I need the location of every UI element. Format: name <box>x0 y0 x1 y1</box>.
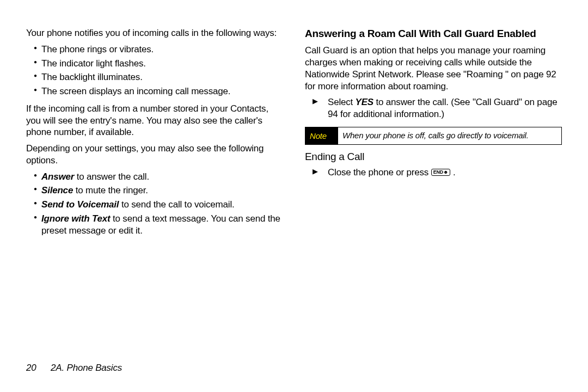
note-label: Note <box>305 127 338 144</box>
option-name: Ignore with Text <box>41 213 111 224</box>
yes-label: YES <box>356 97 373 107</box>
heading-ending-call: Ending a Call <box>305 150 562 163</box>
list-item: Silence to mute the ringer. <box>34 185 283 197</box>
notify-list: The phone rings or vibrates. The indicat… <box>26 44 283 97</box>
list-item: Ignore with Text to send a text message.… <box>34 213 283 237</box>
step-text: . <box>453 167 456 177</box>
step-text: Close the phone or press <box>328 167 431 177</box>
page-number: 20 <box>26 363 36 373</box>
column-layout: Your phone notifies you of incoming call… <box>26 27 562 242</box>
list-item: The phone rings or vibrates. <box>34 44 283 56</box>
step-select-yes: Select YES to answer the call. (See "Cal… <box>313 96 562 120</box>
step-end-call: Close the phone or press END☻ . <box>313 167 562 179</box>
option-desc: to answer the call. <box>74 171 149 182</box>
left-column: Your phone notifies you of incoming call… <box>26 27 283 242</box>
page-footer: 20 2A. Phone Basics <box>26 363 122 373</box>
option-desc: to send the call to voicemail. <box>119 199 234 210</box>
options-list: Answer to answer the call. Silence to mu… <box>26 171 283 237</box>
right-column: Answering a Roam Call With Call Guard En… <box>305 27 562 242</box>
list-item: The indicator light flashes. <box>34 58 283 70</box>
note-box: Note When your phone is off, calls go di… <box>305 127 562 145</box>
intro-paragraph: Your phone notifies you of incoming call… <box>26 27 283 39</box>
list-item: Answer to answer the call. <box>34 171 283 183</box>
section-title: 2A. Phone Basics <box>51 363 122 373</box>
option-name: Answer <box>41 171 74 182</box>
depending-paragraph: Depending on your settings, you may also… <box>26 143 283 167</box>
list-item: Send to Voicemail to send the call to vo… <box>34 199 283 211</box>
step-text: Select <box>328 97 356 107</box>
heading-roam-call: Answering a Roam Call With Call Guard En… <box>305 27 562 40</box>
option-desc: to mute the ringer. <box>73 185 148 195</box>
list-item: The backlight illuminates. <box>34 71 283 83</box>
contacts-paragraph: If the incoming call is from a number st… <box>26 103 283 138</box>
roam-paragraph: Call Guard is an option that helps you m… <box>305 45 562 92</box>
option-name: Silence <box>41 185 73 195</box>
manual-page: Your phone notifies you of incoming call… <box>0 0 588 392</box>
end-key-icon: END☻ <box>431 169 451 176</box>
list-item: The screen displays an incoming call mes… <box>34 85 283 97</box>
option-name: Send to Voicemail <box>41 199 119 210</box>
note-text: When your phone is off, calls go directl… <box>338 127 561 144</box>
